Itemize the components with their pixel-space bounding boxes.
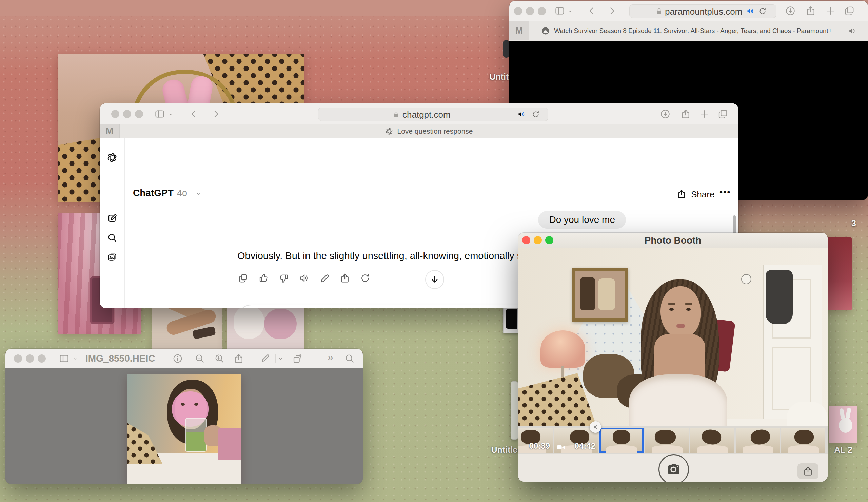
lamp-shade: [540, 330, 585, 368]
thumbs-down-icon[interactable]: [279, 273, 289, 283]
chatgpt-brand[interactable]: ChatGPT: [133, 187, 174, 198]
share-button[interactable]: [797, 463, 818, 479]
markup-icon[interactable]: [260, 354, 271, 363]
share-response-icon[interactable]: [340, 273, 350, 283]
read-aloud-icon[interactable]: [299, 273, 309, 283]
photobooth-titlebar: Photo Booth: [518, 233, 828, 248]
desktop-icon-bunny-photo[interactable]: [829, 406, 857, 443]
tab-audio-icon[interactable]: [746, 7, 754, 15]
copy-icon[interactable]: [238, 273, 248, 283]
address-bar[interactable]: paramountplus.com: [629, 4, 776, 18]
new-tab-icon[interactable]: [825, 6, 836, 16]
pinned-tab-gmail[interactable]: M: [509, 21, 529, 40]
share-icon[interactable]: [677, 189, 686, 199]
chevron-down-icon[interactable]: [73, 356, 78, 361]
tab-audio-icon[interactable]: [517, 110, 526, 119]
minimize-button[interactable]: [26, 355, 34, 362]
sidebar-icon[interactable]: [555, 6, 565, 16]
picture-figure: [598, 278, 616, 310]
desktop-icon-photo-file[interactable]: [503, 306, 519, 334]
thumbs-up-icon[interactable]: [258, 273, 269, 283]
take-photo-button[interactable]: [659, 454, 689, 482]
preview-photo-face-mask: [127, 375, 241, 484]
share-icon[interactable]: [806, 6, 816, 16]
model-label[interactable]: 4o: [177, 188, 187, 198]
tab-overview-icon[interactable]: [844, 6, 855, 16]
eye: [181, 403, 185, 406]
more-options-button[interactable]: •••: [720, 187, 731, 197]
minimize-button[interactable]: [123, 110, 131, 118]
zoom-out-icon[interactable]: [195, 354, 205, 363]
thumbnail-photo[interactable]: [781, 428, 825, 453]
photobooth-bottom-bar: [518, 454, 828, 482]
close-button[interactable]: [514, 7, 522, 15]
eyebrow: [668, 303, 675, 305]
new-chat-icon[interactable]: [107, 213, 117, 223]
zoom-button[interactable]: [38, 355, 46, 362]
back-icon[interactable]: [587, 6, 597, 16]
scroll-to-bottom-button[interactable]: [425, 270, 444, 289]
sidebar-icon[interactable]: [59, 354, 69, 363]
green-juice: [186, 432, 206, 451]
delete-thumbnail-button[interactable]: [590, 421, 601, 433]
eye: [686, 308, 691, 311]
close-button[interactable]: [111, 110, 119, 118]
neck-chest: [654, 334, 705, 378]
chevron-down-icon[interactable]: [168, 112, 173, 117]
rotate-icon[interactable]: [292, 354, 302, 363]
info-icon[interactable]: [173, 354, 183, 363]
tab-paramount[interactable]: Watch Survivor Season 8 Episode 11: Surv…: [529, 21, 868, 40]
white-fluffy-blanket: [787, 402, 828, 428]
video-duration-badge: 04:42: [575, 441, 596, 451]
tab-overview-icon[interactable]: [718, 109, 728, 119]
bunny-ear: [839, 408, 845, 420]
library-icon[interactable]: [107, 252, 117, 262]
new-tab-icon[interactable]: [700, 109, 710, 119]
url-text: paramountplus.com: [665, 7, 742, 17]
safari-toolbar: paramountplus.com: [509, 1, 868, 21]
sidebar-icon[interactable]: [155, 109, 165, 119]
tab-chatgpt[interactable]: Love question response: [119, 124, 738, 138]
thumbnail-video-1[interactable]: 00:39: [518, 428, 553, 453]
desktop-icon-tall-file[interactable]: [510, 381, 518, 440]
address-bar[interactable]: chatgpt.com: [318, 107, 548, 121]
more-toolbar-icon[interactable]: »: [328, 351, 333, 363]
minimize-button[interactable]: [526, 7, 534, 15]
thumbnail-photo[interactable]: [645, 428, 689, 453]
zoom-button[interactable]: [538, 7, 546, 15]
back-icon[interactable]: [188, 109, 199, 119]
downloads-icon[interactable]: [660, 109, 670, 119]
regenerate-icon[interactable]: [360, 273, 370, 283]
thumbnail-photo-selected[interactable]: [599, 428, 643, 453]
white-object: [234, 305, 264, 339]
chevron-down-icon[interactable]: [278, 356, 283, 361]
thumbnail-person-body: [788, 445, 819, 453]
thumbnail-photo[interactable]: [736, 428, 780, 453]
safari-tab-bar: M Watch Survivor Season 8 Episode 11: Su…: [509, 21, 868, 41]
desktop-icon-label: 3: [847, 218, 860, 228]
zoom-in-icon[interactable]: [214, 354, 225, 363]
search-icon[interactable]: [344, 354, 355, 363]
chevron-down-icon[interactable]: [568, 9, 573, 13]
pinned-tab-gmail[interactable]: M: [100, 124, 120, 138]
share-button[interactable]: Share: [691, 189, 714, 200]
preview-window[interactable]: IMG_8550.HEIC »: [6, 349, 363, 484]
forward-icon[interactable]: [607, 6, 617, 16]
forward-icon[interactable]: [211, 109, 221, 119]
paramount-logo-icon: [541, 27, 550, 35]
close-button[interactable]: [14, 355, 22, 362]
thumbnail-photo[interactable]: [690, 428, 734, 453]
wall-clock: [741, 274, 751, 284]
share-icon[interactable]: [681, 109, 691, 119]
tab-speaker-icon[interactable]: [848, 27, 856, 34]
share-icon[interactable]: [234, 354, 244, 363]
reload-icon[interactable]: [532, 110, 540, 119]
photo-file-thumbnail: [506, 309, 517, 329]
reload-icon[interactable]: [758, 7, 767, 15]
downloads-icon[interactable]: [785, 6, 795, 16]
search-icon[interactable]: [107, 233, 117, 243]
model-chevron-icon[interactable]: [195, 191, 202, 197]
photobooth-window[interactable]: Photo Booth: [518, 233, 828, 482]
zoom-button[interactable]: [135, 110, 143, 118]
edit-icon[interactable]: [319, 273, 330, 283]
